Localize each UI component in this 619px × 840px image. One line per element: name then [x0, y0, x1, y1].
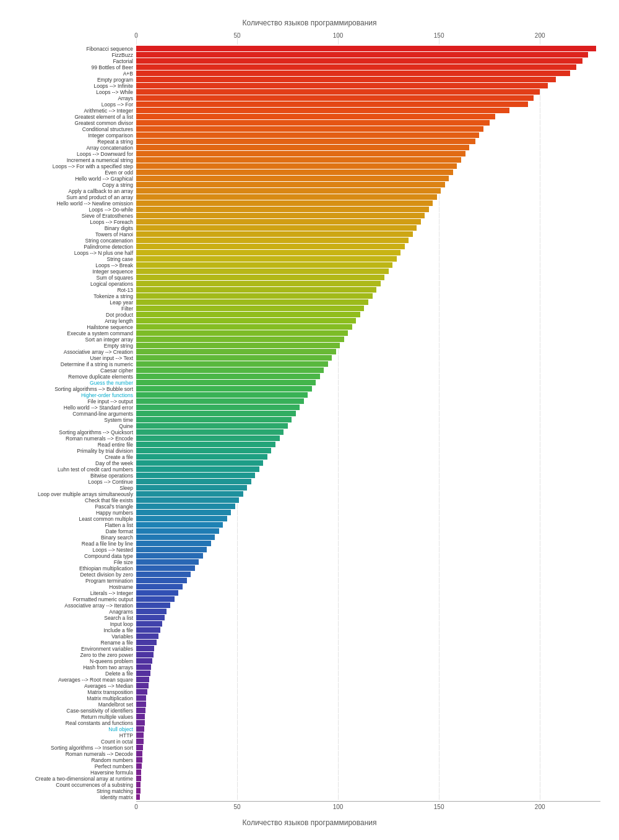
bar-track: [136, 182, 600, 187]
bar-label: Associative array --> Iteration: [12, 602, 136, 609]
bar-track: [136, 448, 600, 453]
bar-grid-line: [338, 534, 339, 540]
bar-track: [136, 479, 600, 484]
bar-grid-line: [439, 609, 439, 614]
bar-grid-line: [338, 609, 339, 614]
bar-grid-line: [540, 596, 540, 602]
bar-grid-line: [338, 739, 339, 744]
bar-grid-line: [439, 701, 439, 707]
bar-grid-line: [540, 485, 540, 491]
bar-grid-line: [540, 584, 540, 589]
bar-row: Sorting algorithms --> Insertion sort: [12, 745, 607, 750]
bar-row: Associative array --> Creation: [12, 349, 607, 354]
bar-track: [136, 262, 600, 268]
bar-track: [136, 367, 600, 373]
axis-tick-bottom: 100: [333, 804, 344, 810]
bar-grid-line: [540, 782, 540, 787]
bar-fill: [136, 522, 223, 528]
bar-row: Towers of Hanoi: [12, 231, 607, 237]
bar-grid-line: [439, 708, 439, 713]
bar-grid-line: [338, 485, 339, 491]
bar-track: [136, 101, 600, 107]
bar-grid-line: [540, 163, 540, 169]
bar-fill: [136, 163, 457, 169]
bar-track: [136, 213, 600, 218]
bar-grid-line: [540, 330, 540, 336]
bar-row: Literals --> Integer: [12, 590, 607, 596]
bar-grid-line: [338, 386, 339, 392]
axis-tick-bottom: 150: [434, 804, 444, 810]
bar-grid-line: [439, 231, 439, 237]
bar-label: Loops --> Downward for: [12, 151, 136, 157]
bar-fill: [136, 238, 409, 243]
bar-fill: [136, 776, 141, 781]
bar-row: Greatest element of a list: [12, 114, 607, 119]
bar-row: Sorting algorithms --> Quicksort: [12, 429, 607, 435]
bar-label: Greatest element of a list: [12, 114, 136, 120]
bar-grid-line: [540, 411, 540, 416]
bar-grid-line: [237, 615, 238, 620]
bar-track: [136, 95, 600, 101]
bar-grid-line: [237, 590, 238, 596]
bar-grid-line: [540, 343, 540, 348]
bar-label: Towers of Hanoi: [12, 231, 136, 238]
bar-label: Sorting algorithms --> Bubble sort: [12, 386, 136, 392]
bar-track: [136, 293, 600, 299]
bar-fill: [136, 739, 144, 744]
bar-row: Binary digits: [12, 225, 607, 231]
bar-label: Haversine formula: [12, 769, 136, 776]
bar-track: [136, 547, 600, 552]
bar-track: [136, 312, 600, 317]
bar-label: Search a list: [12, 615, 136, 621]
bar-label: Hostname: [12, 584, 136, 590]
bar-label: Averages --> Root mean square: [12, 677, 136, 683]
bar-label: Hello world --> Standard error: [12, 405, 136, 411]
bar-grid-line: [439, 590, 439, 596]
bar-grid-line: [237, 565, 238, 571]
bar-grid-line: [338, 522, 339, 528]
bar-row: Matrix multiplication: [12, 695, 607, 701]
bar-track: [136, 720, 600, 726]
axis-title-top: Количество языков программирования: [12, 19, 607, 27]
bar-track: [136, 442, 600, 447]
bar-grid-line: [540, 671, 540, 676]
axis-tick-bottom: 0: [134, 804, 138, 810]
bar-grid-line: [439, 312, 439, 317]
bar-row: Array concatenation: [12, 145, 607, 150]
bar-row: Copy a string: [12, 182, 607, 187]
bar-grid-line: [338, 776, 339, 781]
bar-grid-line: [540, 683, 540, 688]
bar-fill: [136, 664, 151, 670]
bar-grid-line: [540, 120, 540, 126]
bar-grid-line: [237, 528, 238, 534]
bar-grid-line: [237, 677, 238, 682]
bar-grid-line: [439, 392, 439, 398]
bar-fill: [136, 89, 540, 95]
bar-grid-line: [540, 640, 540, 645]
bar-grid-line: [540, 454, 540, 460]
bar-grid-line: [338, 658, 339, 664]
bar-label: Binary digits: [12, 225, 136, 231]
bar-fill: [136, 627, 160, 633]
bar-row: Check that file exists: [12, 497, 607, 503]
bar-grid-line: [338, 429, 339, 435]
bar-grid-line: [338, 374, 339, 379]
bar-grid-line: [237, 553, 238, 559]
bar-grid-line: [439, 516, 439, 521]
bar-track: [136, 695, 600, 701]
bar-label: Conditional structures: [12, 126, 136, 132]
bar-row: Loops --> Break: [12, 262, 607, 268]
bar-grid-line: [540, 466, 540, 472]
bar-label: Hash from two arrays: [12, 664, 136, 671]
bar-row: HTTP: [12, 732, 607, 738]
bar-grid-line: [237, 516, 238, 521]
bar-grid-line: [338, 584, 339, 589]
bar-fill: [136, 757, 142, 763]
bar-fill: [136, 602, 170, 608]
bar-grid-line: [540, 114, 540, 119]
bar-label: Array length: [12, 318, 136, 324]
bar-row: Execute a system command: [12, 330, 607, 336]
bar-grid-line: [540, 225, 540, 231]
bar-grid-line: [338, 355, 339, 361]
bar-label: Array concatenation: [12, 145, 136, 151]
